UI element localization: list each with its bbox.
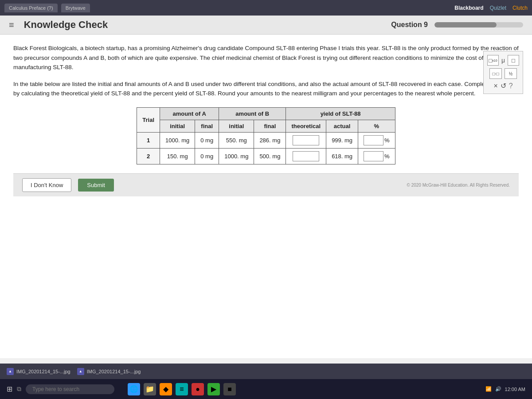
math-btn-fraction[interactable]: ½ [505,68,517,79]
nav-quizlet[interactable]: Quizlet [490,5,506,11]
file-label-1: IMG_20201214_15-...jpg [16,369,70,374]
math-toolbar: □x10 μ □ □·□ ½ × ↺ ? [483,51,523,94]
bottom-bar: I Don't Know Submit © 2020 McGraw-Hill E… [13,173,519,196]
math-help-icon[interactable]: ? [509,82,513,90]
system-tray: 📶 🔊 12:00 AM [485,386,525,392]
math-undo-icon[interactable]: ↺ [501,82,506,90]
math-close-icon[interactable]: × [493,82,497,90]
taskbar: ▲ IMG_20201214_15-...jpg ▲ IMG_20201214_… [0,364,532,399]
math-btn-superscript[interactable]: □x10 [487,55,499,66]
row2-a-final: 0 mg [195,148,219,164]
row2-percent-wrapper: % [364,151,390,161]
nav-blackboard[interactable]: Blackboard [454,5,483,11]
table-header-yield: yield of SLT-88 [286,107,395,120]
instructions-text: In the table below are listed the initia… [13,79,519,98]
file-label-2: IMG_20201214_15-...jpg [87,369,141,374]
taskbar-app-icons: 🌐 📁 ◆ ≡ ● ▶ ■ [128,383,236,395]
math-btn-dot[interactable]: □·□ [489,68,502,79]
row2-percent-cell: % [358,148,395,164]
progress-bar [434,22,523,27]
math-toolbar-row-2: □·□ ½ [487,68,519,79]
math-toolbar-row-3: × ↺ ? [487,82,519,90]
passage-text-1: Black Forest Biologicals, a biotech star… [13,43,519,72]
table-subheader-theoretical: theoretical [286,120,326,132]
table-subheader-a-final: final [195,120,219,132]
row2-actual: 618. mg [326,148,358,164]
submit-button[interactable]: Submit [78,179,113,192]
browser-chrome: Calculus Preface (?) Brytwave Blackboard… [0,0,532,16]
row2-theoretical-cell [286,148,326,164]
row2-percent-input[interactable] [364,151,383,161]
taskbar-icon-edge[interactable]: 🌐 [128,383,140,395]
taskbar-icon-app2[interactable]: ≡ [176,383,188,395]
table-subheader-a-initial: initial [160,120,195,132]
row1-b-final: 286. mg [254,132,286,148]
start-button[interactable]: ⊞ [7,385,12,393]
table-row: 2 150. mg 0 mg 1000. mg 500. mg 618. mg … [137,148,395,164]
taskbar-file-2[interactable]: ▲ IMG_20201214_15-...jpg [77,368,141,375]
task-view-icon[interactable]: ⧉ [17,385,21,393]
math-toolbar-row-1: □x10 μ □ [487,55,519,66]
row1-a-initial: 1000. mg [160,132,195,148]
taskbar-search-input[interactable] [26,384,114,394]
file-icon-2: ▲ [77,368,84,375]
top-bar: ≡ Knowledge Check Question 9 [0,16,532,35]
row1-percent-symbol: % [384,137,390,144]
taskbar-icon-app5[interactable]: ■ [223,383,236,395]
math-btn-box[interactable]: □ [508,55,519,66]
page-title: Knowledge Check [24,19,108,31]
row1-actual: 999. mg [326,132,358,148]
math-mu-symbol: μ [501,57,505,64]
table-subheader-actual: actual [326,120,358,132]
tab-calculus[interactable]: Calculus Preface (?) [4,4,58,12]
taskbar-file-1[interactable]: ▲ IMG_20201214_15-...jpg [7,368,70,375]
dont-know-button[interactable]: I Don't Know [22,178,71,192]
hamburger-icon[interactable]: ≡ [9,20,14,30]
progress-bar-fill [434,22,497,27]
taskbar-icon-folder[interactable]: 📁 [144,383,156,395]
row2-b-initial: 1000. mg [219,148,254,164]
row2-b-final: 500. mg [254,148,286,164]
file-icon-1: ▲ [7,368,14,375]
copyright-text: © 2020 McGraw-Hill Education. All Rights… [407,183,510,188]
question-label: Question 9 [391,21,428,29]
taskbar-icon-app1[interactable]: ◆ [160,383,172,395]
table-header-amount-b: amount of B [219,107,286,120]
table-row: 1 1000. mg 0 mg 550. mg 286. mg 999. mg … [137,132,395,148]
browser-tabs: Calculus Preface (?) Brytwave [4,4,448,12]
table-header-trial: Trial [137,107,160,132]
row1-b-initial: 550. mg [219,132,254,148]
row1-a-final: 0 mg [195,132,219,148]
table-subheader-b-initial: initial [219,120,254,132]
tab-brytwave[interactable]: Brytwave [61,4,90,12]
nav-clutch[interactable]: Clutch [512,5,528,11]
main-content: ≡ Knowledge Check Question 9 Black Fores… [0,16,532,364]
tray-network-icon: 📶 [485,386,492,392]
row2-a-initial: 150. mg [160,148,195,164]
row2-theoretical-input[interactable] [293,151,319,161]
row2-percent-symbol: % [384,153,390,160]
trial-number-1: 1 [137,132,160,148]
tray-time: 12:00 AM [505,387,525,392]
row1-theoretical-input[interactable] [293,135,319,145]
taskbar-top: ▲ IMG_20201214_15-...jpg ▲ IMG_20201214_… [0,364,532,379]
taskbar-bottom: ⊞ ⧉ 🌐 📁 ◆ ≡ ● ▶ ■ 📶 🔊 12:00 AM [0,379,532,399]
question-area: Question 9 [391,21,523,29]
taskbar-icon-app4[interactable]: ▶ [207,383,220,395]
content-panel: Black Forest Biologicals, a biotech star… [0,35,532,358]
data-table: Trial amount of A amount of B yield of S… [137,107,395,164]
row1-percent-wrapper: % [364,135,390,145]
row1-percent-input[interactable] [364,135,383,145]
table-subheader-b-final: final [254,120,286,132]
tray-volume-icon: 🔊 [495,386,501,392]
table-header-amount-a: amount of A [160,107,219,120]
trial-number-2: 2 [137,148,160,164]
row1-percent-cell: % [358,132,395,148]
row1-theoretical-cell [286,132,326,148]
nav-links: Blackboard Quizlet Clutch [454,5,528,11]
taskbar-icon-app3[interactable]: ● [192,383,204,395]
table-subheader-percent: % [358,120,395,132]
